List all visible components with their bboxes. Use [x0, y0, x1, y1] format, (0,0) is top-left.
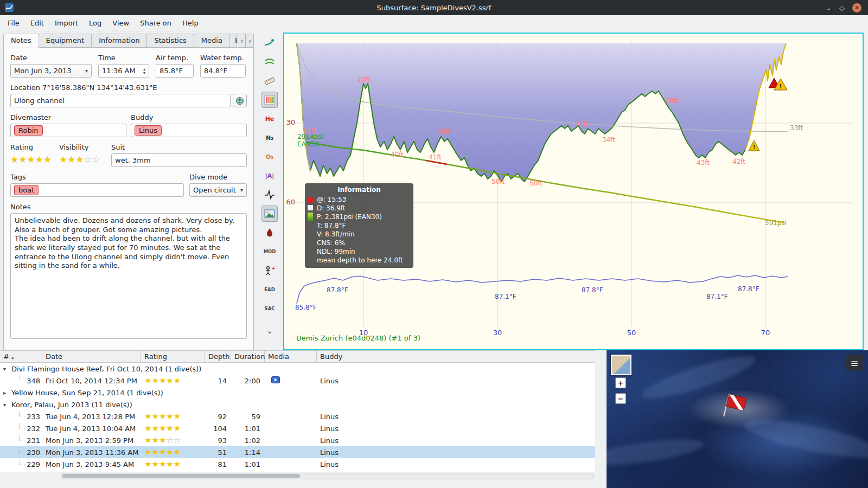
- dive-site-map[interactable]: + − ≡: [607, 350, 868, 488]
- depth-label: 15ft: [357, 76, 370, 84]
- column-number[interactable]: # ▴: [0, 351, 42, 363]
- time-axis-label: 30: [492, 329, 503, 337]
- window-title: Subsurface: SampleDivesV2.ssrf: [0, 4, 868, 12]
- toolbar-deco-person-icon[interactable]: +: [261, 262, 278, 279]
- trip-row[interactable]: ▾ Koror, Palau, Jun 2013 (11 dive(s)): [0, 399, 595, 410]
- expanded-icon[interactable]: ▾: [3, 402, 9, 408]
- tooltip-row: NDL: 99min: [308, 247, 410, 256]
- close-button[interactable]: ✕: [852, 3, 861, 12]
- tab-notes[interactable]: Notes: [3, 34, 39, 48]
- dive-row[interactable]: 232 Tue Jun 4, 2013 10:04 AM ★★★★★ 104 1…: [0, 422, 595, 434]
- visibility-stars[interactable]: ★★★☆☆: [59, 153, 111, 165]
- toolbar-mod-toggle[interactable]: MOD: [261, 243, 278, 260]
- trip-row[interactable]: ▾ Divi Flamingo House Reef, Fri Oct 10, …: [0, 363, 595, 375]
- tree-branch: [20, 412, 24, 417]
- trip-row[interactable]: ▸ Yellow House, Sun Sep 21, 2014 (1 dive…: [0, 387, 595, 399]
- air-temp-label: Air temp.: [156, 54, 194, 62]
- map-overview-inset[interactable]: [611, 355, 631, 375]
- menu-share-on[interactable]: Share on: [135, 17, 177, 29]
- toolbar-diver-icon[interactable]: [261, 35, 278, 51]
- divemaster-field[interactable]: Robin: [10, 124, 126, 137]
- maximize-button[interactable]: ◇: [839, 4, 845, 11]
- dive-flag-marker[interactable]: [722, 391, 750, 422]
- column-rating[interactable]: Rating: [141, 351, 205, 363]
- visibility-label: Visibility: [59, 143, 111, 151]
- notes-textarea[interactable]: Unbelievable dive. Dozens and dozens of …: [10, 213, 247, 339]
- expanded-icon[interactable]: ▾: [3, 366, 9, 372]
- tooltip-row: P: 2,381psi (EAN30): [308, 213, 410, 221]
- column-duration[interactable]: Duration: [231, 351, 265, 363]
- time-spinbox[interactable]: 11:36 AM ▴▾: [98, 64, 149, 78]
- tab-scroll-left-icon[interactable]: ‹: [238, 34, 246, 48]
- depth-label: 31ft: [575, 120, 588, 128]
- tab-information[interactable]: Information: [91, 34, 147, 48]
- dive-row[interactable]: 231 Mon Jun 3, 2013 2:59 PM ★★★☆☆ 93 1:0…: [0, 434, 595, 446]
- toolbar-n2-toggle[interactable]: N₂: [261, 130, 278, 146]
- toolbar-heatmap-toggle[interactable]: [261, 92, 278, 108]
- media-icon: [271, 376, 280, 383]
- buddy-field[interactable]: Linus: [131, 124, 247, 137]
- menu-file[interactable]: File: [2, 17, 25, 29]
- suit-field[interactable]: [111, 153, 247, 167]
- globe-icon: [235, 97, 244, 105]
- tags-field[interactable]: boat: [10, 183, 184, 197]
- tree-branch: [20, 447, 24, 453]
- dive-row[interactable]: 229 Mon Jun 3, 2013 9:45 AM ★★★★★ 81 1:0…: [0, 458, 595, 470]
- dive-profile-canvas[interactable]: ! ! 30 60 10 30 50 70 2914psi EAN30 591p…: [283, 33, 864, 350]
- map-menu-button[interactable]: ≡: [846, 355, 863, 371]
- temp-label: 87.1°F: [495, 293, 516, 300]
- rating-stars[interactable]: ★★★★★: [10, 153, 59, 165]
- tab-extra[interactable]: E: [229, 34, 237, 48]
- depth-label: 42ft: [732, 158, 745, 165]
- dive-row[interactable]: 348 Fri Oct 10, 2014 12:34 PM ★★★★★ 14 2…: [0, 375, 595, 387]
- zoom-out-button[interactable]: −: [615, 393, 626, 404]
- location-field[interactable]: [10, 94, 231, 107]
- dive-row[interactable]: 233 Tue Jun 4, 2013 12:28 PM ★★★★★ 92 59…: [0, 410, 595, 422]
- scrollbar-thumb[interactable]: [62, 474, 300, 478]
- toolbar-sac-toggle[interactable]: SAC: [261, 300, 278, 317]
- menu-help[interactable]: Help: [177, 17, 204, 29]
- horizontal-scrollbar[interactable]: [61, 473, 594, 479]
- minimize-button[interactable]: ⌄: [826, 4, 832, 11]
- depth-label: 50ft: [529, 179, 542, 187]
- tab-media[interactable]: Media: [194, 34, 230, 48]
- dive-mode-select[interactable]: Open circuit ▾: [189, 183, 247, 197]
- map-globe-button[interactable]: [233, 94, 247, 107]
- toolbar-ceiling-toggle[interactable]: |A|: [261, 168, 278, 184]
- divemaster-chip[interactable]: Robin: [14, 125, 43, 136]
- tab-scroll-right-icon[interactable]: ›: [246, 34, 254, 48]
- tab-equipment[interactable]: Equipment: [39, 34, 92, 48]
- menu-view[interactable]: View: [107, 17, 135, 29]
- tag-chip[interactable]: boat: [14, 185, 39, 195]
- start-gas-label: EAN30: [297, 140, 319, 148]
- toolbar-o2-toggle[interactable]: O₂: [261, 149, 278, 165]
- menu-bar: File Edit Import Log View Share on Help: [0, 15, 868, 31]
- air-temp-field[interactable]: [156, 64, 194, 78]
- water-temp-label: Water temp.: [200, 54, 246, 62]
- buddy-label: Buddy: [131, 113, 247, 121]
- toolbar-ceiling-waves-icon[interactable]: [261, 54, 278, 70]
- tab-statistics[interactable]: Statistics: [146, 34, 194, 48]
- spinner-arrows-icon[interactable]: ▴▾: [143, 67, 145, 75]
- toolbar-ruler-icon[interactable]: [261, 73, 278, 89]
- toolbar-photos-toggle[interactable]: [261, 206, 278, 222]
- water-temp-field[interactable]: [200, 64, 246, 78]
- toolbar-ead-toggle[interactable]: EAD: [261, 281, 278, 298]
- column-depth[interactable]: Depth: [205, 351, 231, 363]
- date-combo[interactable]: Mon Jun 3, 2013 ▾: [10, 64, 92, 78]
- menu-edit[interactable]: Edit: [25, 17, 49, 29]
- toolbar-he-toggle[interactable]: He: [261, 111, 278, 127]
- column-buddy[interactable]: Buddy: [317, 351, 595, 363]
- zoom-in-button[interactable]: +: [615, 377, 626, 388]
- column-media[interactable]: Media: [265, 351, 317, 363]
- toolbar-heartrate-toggle[interactable]: [261, 187, 278, 203]
- toolbar-collapse-icon[interactable]: ⌄: [261, 323, 278, 339]
- toolbar-ink-drop-icon[interactable]: [261, 224, 278, 241]
- column-date[interactable]: Date: [42, 351, 141, 363]
- menu-log[interactable]: Log: [84, 17, 107, 29]
- dive-row-selected[interactable]: 230 Mon Jun 3, 2013 11:36 AM ★★★★★ 51 1:…: [0, 446, 595, 458]
- dive-computer-label: Uemis Zurich (e04d0248) (#1 of 3): [296, 334, 420, 342]
- menu-import[interactable]: Import: [49, 17, 84, 29]
- buddy-chip[interactable]: Linus: [135, 125, 162, 136]
- collapsed-icon[interactable]: ▸: [3, 390, 9, 396]
